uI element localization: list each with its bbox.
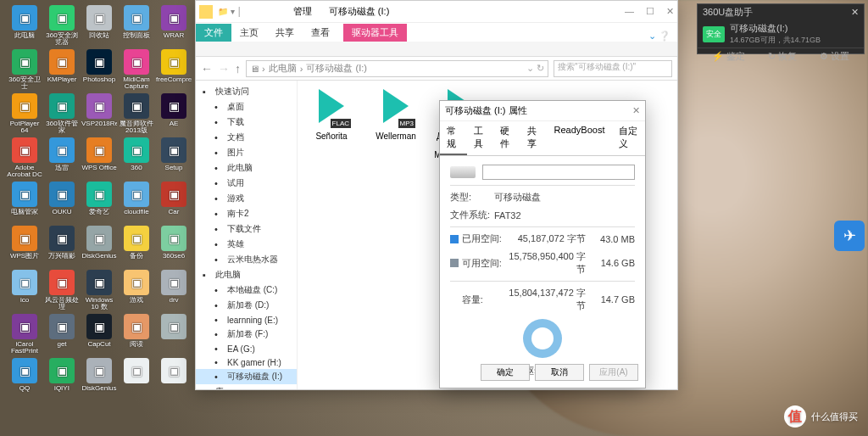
desktop-icon[interactable]: ▣QQ bbox=[7, 358, 42, 399]
nav-item[interactable]: •云米电热水器 bbox=[196, 252, 297, 267]
minimize-button[interactable]: — bbox=[625, 6, 634, 17]
tab-share[interactable]: 共享 bbox=[267, 24, 303, 42]
explorer-titlebar[interactable]: 📁 ▾ │ 管理 可移动磁盘 (I:) — ☐ ✕ bbox=[196, 1, 677, 23]
desktop-icon[interactable]: ▣Adobe Acrobat DC bbox=[7, 137, 42, 178]
nav-item[interactable]: ▪此电脑 bbox=[196, 267, 297, 282]
desktop-icon[interactable]: ▣爱奇艺 bbox=[81, 182, 117, 222]
nav-item[interactable]: •游戏 bbox=[196, 191, 297, 206]
nav-item[interactable]: •南卡2 bbox=[196, 206, 297, 221]
desktop-icon[interactable]: ▣WPS图片 bbox=[7, 226, 42, 266]
desktop-icon[interactable]: ▣备份 bbox=[119, 226, 154, 266]
desktop-icon[interactable]: ▣cloudfile bbox=[119, 182, 154, 222]
nav-item[interactable]: •图片 bbox=[196, 145, 297, 160]
props-titlebar[interactable]: 可移动磁盘 (I:) 属性 ✕ bbox=[440, 101, 645, 121]
apply-button[interactable]: 应用(A) bbox=[589, 364, 638, 381]
desktop-icon[interactable]: ▣电脑管家 bbox=[7, 182, 42, 222]
nav-item[interactable]: •下载文件 bbox=[196, 221, 297, 237]
desktop-icon[interactable]: ▣控制面板 bbox=[119, 5, 154, 46]
desktop-icon[interactable]: ▣Photoshop bbox=[81, 49, 117, 90]
ok-button[interactable]: 确定 bbox=[481, 364, 530, 381]
desktop-icon[interactable]: ▣ bbox=[156, 358, 192, 399]
file-item[interactable]: MP3Wellerman bbox=[370, 89, 421, 141]
desktop-icon[interactable]: ▣VSP2018Ready bbox=[81, 93, 117, 134]
desktop-icon[interactable]: ▣AE bbox=[156, 93, 192, 134]
desktop-icon[interactable]: ▣DiskGenius bbox=[81, 358, 117, 399]
nav-item[interactable]: •新加卷 (F:) bbox=[196, 327, 297, 342]
usb-notification[interactable]: 360U盘助手✕ 安全 可移动磁盘(I:) 14.67GB可用，共14.71GB… bbox=[697, 3, 865, 54]
desktop-icon[interactable]: ▣Windows 10 数 bbox=[81, 270, 117, 310]
desktop-icon[interactable]: ▣MidiCam Capture Lite bbox=[119, 49, 154, 90]
props-tab-tools[interactable]: 工具 bbox=[467, 121, 494, 155]
file-item[interactable]: FLACSeñorita bbox=[306, 89, 357, 141]
desktop-icon[interactable]: ▣360 bbox=[119, 137, 154, 178]
cancel-button[interactable]: 取消 bbox=[535, 364, 584, 381]
notif-action-identify[interactable]: ⚡ 鉴定 bbox=[712, 50, 745, 63]
desktop-icon[interactable]: ▣CapCut bbox=[81, 314, 117, 355]
desktop-icon[interactable]: ▣360安全卫士 bbox=[7, 49, 42, 90]
nav-item[interactable]: •learnning (E:) bbox=[196, 313, 297, 327]
address-bar[interactable]: 🖥 ›此电脑›可移动磁盘 (I:) ⌄ ↻ bbox=[246, 60, 548, 77]
desktop-icon[interactable]: ▣Setup bbox=[156, 137, 192, 178]
desktop-icon[interactable]: ▣WPS Office bbox=[81, 137, 117, 178]
props-tab-readyboost[interactable]: ReadyBoost bbox=[548, 121, 612, 155]
desktop-icon[interactable]: ▣PotPlayer 64 bbox=[7, 93, 42, 134]
drive-label-input[interactable] bbox=[482, 165, 635, 180]
desktop-icon[interactable]: ▣OUKU bbox=[44, 182, 80, 222]
desktop-icon[interactable]: ▣360se6 bbox=[156, 226, 192, 266]
nav-item[interactable]: •此电脑 bbox=[196, 160, 297, 176]
tab-file[interactable]: 文件 bbox=[196, 24, 231, 42]
nav-item[interactable]: •新加卷 (D:) bbox=[196, 298, 297, 313]
close-button[interactable]: ✕ bbox=[666, 6, 674, 17]
forward-button[interactable]: → bbox=[218, 62, 230, 75]
desktop-icon[interactable]: ▣KMPlayer bbox=[44, 49, 80, 90]
tab-view[interactable]: 查看 bbox=[303, 24, 338, 42]
desktop-icon[interactable]: ▣ bbox=[156, 314, 192, 355]
props-tab-hardware[interactable]: 硬件 bbox=[493, 121, 520, 155]
desktop-icon[interactable]: ▣魔音师软件2013版 bbox=[119, 93, 154, 134]
nav-item[interactable]: •英雄 bbox=[196, 237, 297, 252]
props-tab-sharing[interactable]: 共享 bbox=[520, 121, 548, 155]
desktop-icon[interactable]: ▣万兴喵影 bbox=[44, 226, 80, 266]
nav-item[interactable]: •试用 bbox=[196, 176, 297, 191]
tab-home[interactable]: 主页 bbox=[231, 24, 267, 42]
notif-action-recover[interactable]: ↻ 恢复 bbox=[768, 50, 797, 63]
nav-item[interactable]: ▪快速访问 bbox=[196, 84, 297, 99]
maximize-button[interactable]: ☐ bbox=[646, 6, 654, 17]
up-button[interactable]: ↑ bbox=[235, 62, 241, 75]
desktop-icon[interactable]: ▣WRAR bbox=[156, 5, 192, 46]
desktop-icon[interactable]: ▣iCarol FastPrint bbox=[7, 314, 42, 355]
nav-item[interactable]: ▪库 bbox=[196, 384, 297, 389]
nav-item[interactable]: •桌面 bbox=[196, 99, 297, 115]
notif-action-settings[interactable]: ⚙ 设置 bbox=[820, 50, 849, 63]
quickaccess-icon[interactable]: ✈ bbox=[834, 221, 865, 251]
desktop-icon[interactable]: ▣游戏 bbox=[119, 270, 154, 310]
nav-item[interactable]: •文档 bbox=[196, 130, 297, 145]
desktop-icon[interactable]: ▣风云音频处理 bbox=[44, 270, 80, 310]
desktop-icon[interactable]: ▣此电脑 bbox=[7, 5, 42, 46]
props-tab-custom[interactable]: 自定义 bbox=[612, 121, 645, 155]
back-button[interactable]: ← bbox=[201, 62, 213, 75]
props-tab-general[interactable]: 常规 bbox=[440, 121, 467, 155]
search-input[interactable]: 搜索"可移动磁盘 (I:)" bbox=[554, 60, 672, 77]
nav-item[interactable]: •下载 bbox=[196, 115, 297, 130]
desktop-icon[interactable]: ▣Car bbox=[156, 182, 192, 222]
desktop-icon[interactable]: ▣360软件管家 bbox=[44, 93, 80, 134]
desktop-icon[interactable]: ▣回收站 bbox=[81, 5, 117, 46]
desktop-icon[interactable]: ▣阅读 bbox=[119, 314, 154, 355]
desktop-icon[interactable]: ▣freeCompress bbox=[156, 49, 192, 90]
desktop-icon[interactable]: ▣get bbox=[44, 314, 80, 355]
tab-drive-tools[interactable]: 驱动器工具 bbox=[343, 24, 407, 42]
desktop-icon[interactable]: ▣360安全浏览器 bbox=[44, 5, 80, 46]
nav-item[interactable]: •本地磁盘 (C:) bbox=[196, 282, 297, 298]
desktop-icon[interactable]: ▣DiskGenius bbox=[81, 226, 117, 266]
nav-item[interactable]: •KK gamer (H:) bbox=[196, 355, 297, 369]
desktop-icon[interactable]: ▣ico bbox=[7, 270, 42, 310]
notif-close-icon[interactable]: ✕ bbox=[851, 7, 859, 18]
desktop-icon[interactable]: ▣iQIYI bbox=[44, 358, 80, 399]
nav-item[interactable]: •EA (G:) bbox=[196, 342, 297, 355]
nav-item[interactable]: •可移动磁盘 (I:) bbox=[196, 369, 297, 384]
desktop-icon[interactable]: ▣ bbox=[119, 358, 154, 399]
props-close-button[interactable]: ✕ bbox=[632, 105, 640, 116]
desktop-icon[interactable]: ▣迅雷 bbox=[44, 137, 80, 178]
desktop-icon[interactable]: ▣drv bbox=[156, 270, 192, 310]
